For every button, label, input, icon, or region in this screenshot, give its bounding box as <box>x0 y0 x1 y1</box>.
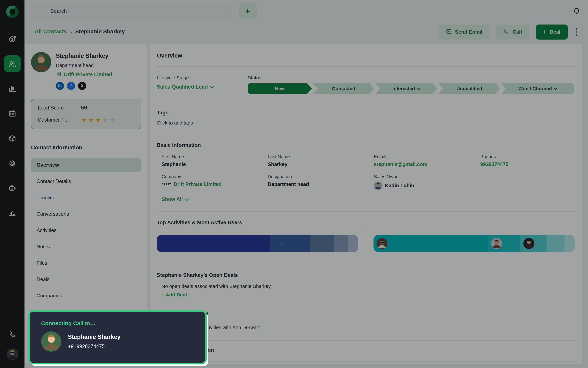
call-contact-name: Stephanie Sharkey <box>68 334 121 340</box>
app-window: Search + All Contacts › Stephanie Sharke… <box>0 0 588 368</box>
connecting-call-popup: Connecting Call to… Stephanie Sharkey +9… <box>28 310 207 364</box>
call-contact-avatar <box>41 331 61 352</box>
connecting-call-title: Connecting Call to… <box>41 320 205 327</box>
call-contact-phone: +919928374475 <box>68 343 121 349</box>
